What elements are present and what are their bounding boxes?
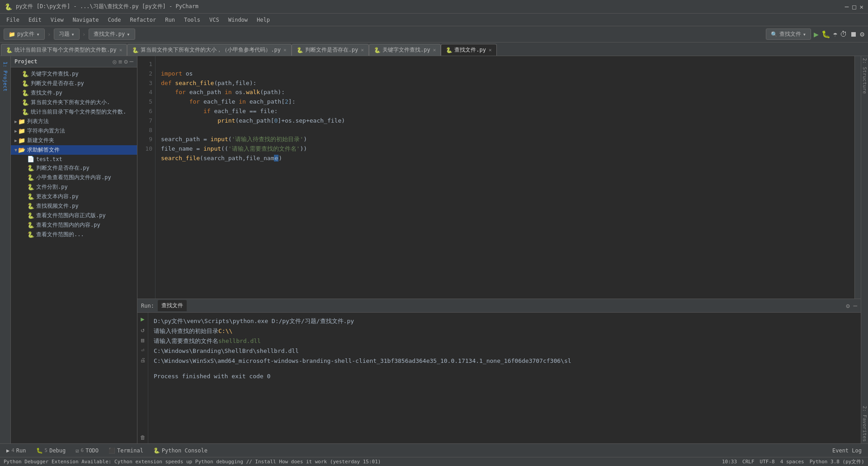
tab-exists[interactable]: 🐍 判断文件是否存在.py ✕ [292, 44, 369, 56]
tab-close-3[interactable]: ✕ [433, 47, 436, 53]
tree-folder-helper[interactable]: ▼ 📂 求助解答文件 [11, 145, 137, 155]
maximize-button[interactable]: □ [852, 3, 856, 10]
bottom-tab-event-log[interactable]: Event Log [828, 446, 866, 456]
folder-icon4: 📁 [18, 137, 25, 144]
file-icon12: 🐍 [27, 222, 34, 228]
tree-folder-new[interactable]: ▶ 📁 新建文件夹 [11, 136, 137, 145]
run-print-icon[interactable]: 🖨 [139, 356, 146, 364]
minimize-button[interactable]: ─ [845, 3, 849, 10]
tree-item-view-formal[interactable]: 🐍 查看文件范围内容正式版.py [11, 211, 137, 220]
bottom-tab-todo[interactable]: ☑ 6 TODO [71, 446, 103, 456]
code-editor[interactable]: 1 2 3 4 5 6 7 8 9 10 import os def searc… [137, 56, 861, 299]
tree-item-size[interactable]: 🐍 算当前文件夹下所有文件的大小. [11, 98, 137, 107]
bottom-tab-terminal[interactable]: ⬛ Terminal [104, 446, 148, 456]
favorites-icon[interactable]: 2: Favorites [862, 406, 868, 442]
tree-item-count[interactable]: 🐍 统计当前目录下每个文件类型的文件数. [11, 107, 137, 117]
file-icon: 🐍 [22, 71, 29, 77]
status-right: 10:33 CRLF UTF-8 4 spaces Python 3.8 (py… [722, 458, 864, 465]
coverage-button[interactable]: ☂ [833, 30, 838, 38]
python-version[interactable]: Python 3.8 (py文件) [810, 458, 864, 465]
settings-icon[interactable]: ⚙ [860, 30, 864, 38]
project-icon[interactable]: 1: Project [1, 58, 9, 95]
bottom-tab-run[interactable]: ▶ 4 Run [2, 446, 31, 456]
search-file-btn[interactable]: 🔍 查找文件 ▾ [766, 29, 811, 40]
run-settings-icon[interactable]: ⚙ [846, 302, 849, 309]
run-trash-icon[interactable]: 🗑 [139, 433, 146, 442]
run-wrap-icon[interactable]: ⏎ [140, 346, 145, 354]
run-result1-line: C:\Windows\Branding\ShellBrd\shellbrd.dl… [154, 346, 855, 356]
run-button[interactable]: ▶ [814, 29, 819, 39]
tree-item-change[interactable]: 🐍 更改文本内容.py [11, 192, 137, 201]
locate-icon[interactable]: ◎ [113, 58, 116, 65]
indent-info[interactable]: 4 spaces [780, 459, 804, 465]
menu-window[interactable]: Window [225, 15, 251, 24]
project-selector[interactable]: 📁 py文件 ▾ [4, 29, 45, 40]
profile-button[interactable]: ⏱ [840, 30, 847, 38]
folder-icon2: 📁 [18, 118, 25, 125]
menu-bar: File Edit View Navigate Code Refactor Ru… [0, 14, 868, 26]
menu-tools[interactable]: Tools [180, 15, 204, 24]
run-close-icon[interactable]: ─ [854, 302, 857, 309]
run-filter-icon[interactable]: ▤ [140, 336, 145, 344]
debug-button[interactable]: 🐛 [821, 30, 830, 38]
menu-vcs[interactable]: VCS [206, 15, 223, 24]
tree-folder-string[interactable]: ▶ 📁 字符串内置方法 [11, 126, 137, 136]
tab-close-4[interactable]: ✕ [489, 47, 492, 53]
tree-item-search[interactable]: 🐍 查找文件.py [11, 88, 137, 98]
tab-close-2[interactable]: ✕ [361, 47, 364, 53]
structure-icon[interactable]: 2: Structure [862, 58, 868, 94]
close-button[interactable]: ✕ [860, 3, 863, 10]
run-label: Run: [141, 303, 154, 309]
title-bar: 🐍 py文件 [D:\py文件] - ...\习题\查找文件.py [py文件]… [0, 0, 868, 14]
tab-size[interactable]: 🐍 算当前文件夹下所有文件的大小，（小甲鱼参考代码）.py ✕ [127, 44, 291, 56]
tree-item-keyword[interactable]: 🐍 关键字文件查找.py [11, 69, 137, 79]
folder-open-icon: 📂 [18, 147, 25, 153]
menu-edit[interactable]: Edit [25, 15, 45, 24]
tree-item-view-etc[interactable]: 🐍 查看文件范围的... [11, 230, 137, 239]
chevron-down-icon: ▾ [36, 31, 39, 38]
tree-item-split[interactable]: 🐍 文件分割.py [11, 182, 137, 192]
collapse-icon[interactable]: ≡ [118, 58, 122, 65]
menu-run[interactable]: Run [161, 15, 179, 24]
menu-help[interactable]: Help [253, 15, 274, 24]
settings-icon2[interactable]: ⚙ [124, 58, 127, 65]
tree-item-view-range[interactable]: 🐍 查看文件范围内的内容.py [11, 220, 137, 230]
menu-view[interactable]: View [47, 15, 67, 24]
run-command-line: D:\py文件\venv\Scripts\python.exe D:/py文件/… [154, 316, 855, 326]
tree-item-test[interactable]: 📄 test.txt [11, 155, 137, 163]
encoding[interactable]: UTF-8 [760, 459, 775, 465]
tab-close-0[interactable]: ✕ [119, 47, 123, 53]
subdir-selector[interactable]: 习题 ▾ [54, 29, 80, 40]
run-play-icon[interactable]: ▶ [140, 314, 145, 323]
cursor-position[interactable]: 10:33 [722, 459, 737, 465]
tree-item-xiaojia[interactable]: 🐍 小甲鱼查看范围内文件内容.py [11, 173, 137, 182]
close-panel-icon[interactable]: ─ [130, 58, 133, 65]
menu-file[interactable]: File [3, 15, 23, 24]
tree-item-video[interactable]: 🐍 查找视频文件.py [11, 201, 137, 211]
file-icon4: 🐍 [22, 99, 29, 106]
tab-close-1[interactable]: ✕ [283, 47, 287, 53]
menu-code[interactable]: Code [104, 15, 125, 24]
line-ending[interactable]: CRLF [742, 459, 755, 465]
tab-keyword[interactable]: 🐍 关键字文件查找.py ✕ [369, 44, 441, 56]
bottom-tab-debug[interactable]: 🐛 5 Debug [32, 446, 71, 456]
file-selector[interactable]: 查找文件.py ▾ [89, 29, 135, 40]
bottom-tab-python-console[interactable]: 🐍 Python Console [149, 446, 212, 456]
file-icon7: 🐍 [27, 174, 34, 181]
run-tab-search[interactable]: 查找文件 [158, 300, 187, 311]
menu-refactor[interactable]: Refactor [126, 15, 160, 24]
code-area[interactable]: import os def search_file(path,file): fo… [156, 56, 854, 299]
chevron-down-icon3: ▾ [127, 31, 130, 38]
run-finish-line: Process finished with exit code 0 [154, 371, 855, 381]
tree-folder-list[interactable]: ▶ 📁 列表方法 [11, 117, 137, 126]
tab-search-active[interactable]: 🐍 查找文件.py ✕ [441, 44, 496, 56]
file-icon3: 🐍 [22, 90, 29, 96]
tab-stats[interactable]: 🐍 统计当前目录下每个文件类型的文件数.py ✕ [1, 44, 127, 56]
collapse-arrow2: ▶ [14, 128, 17, 133]
menu-navigate[interactable]: Navigate [69, 15, 103, 24]
tree-item-judge[interactable]: 🐍 判断文件是否存在.py [11, 79, 137, 88]
status-bar: Python Debugger Extension Available: Cyt… [0, 457, 868, 466]
tree-item-judge2[interactable]: 🐍 判断文件是否存在.py [11, 163, 137, 173]
run-reload-icon[interactable]: ↺ [140, 325, 145, 334]
stop-button[interactable]: ⏹ [850, 30, 857, 38]
